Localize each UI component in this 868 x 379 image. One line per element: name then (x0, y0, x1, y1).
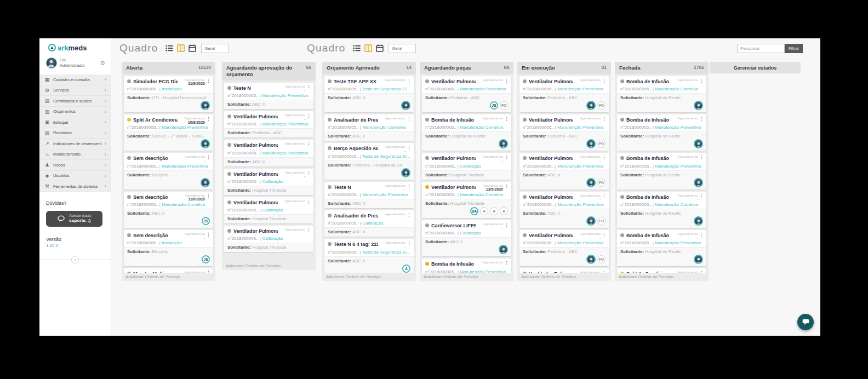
sidebar-item-boxes[interactable]: ▣Estoque› (39, 117, 111, 128)
support-button[interactable]: Acesse nosso suporte. :) (46, 211, 102, 227)
card-menu-button[interactable]: ⋮ (504, 261, 508, 266)
user-avatar[interactable] (46, 58, 57, 68)
service-type-link[interactable]: Manutenção Preventiva (557, 164, 603, 169)
service-type-link[interactable]: Manutenção Preventiva (162, 164, 208, 169)
card-menu-button[interactable]: ⋮ (306, 171, 310, 176)
os-card[interactable]: Ventilador Pulmonar ...Agendamento-⋮n°20… (422, 153, 511, 179)
service-type-link[interactable]: Manutenção Preventiva (655, 240, 701, 245)
add-service-order-button[interactable]: Adicionar Ordem de Serviço (322, 273, 416, 281)
card-menu-button[interactable]: ⋮ (602, 117, 606, 122)
card-menu-button[interactable]: ⋮ (602, 155, 606, 160)
os-card[interactable]: Bomba de Infusão Sam...Agendamento-⋮n°20… (617, 153, 706, 189)
chat-fab-button[interactable] (797, 314, 814, 330)
card-menu-button[interactable]: ⋮ (699, 232, 703, 237)
list-view-icon[interactable] (353, 44, 361, 52)
card-menu-button[interactable]: ⋮ (407, 184, 410, 189)
os-card[interactable]: Cardioversor LIFEMED...Agendamento-⋮n°20… (422, 220, 511, 256)
os-card[interactable]: Ventilador Pulmonar ...Agendamento-⋮n°20… (224, 197, 313, 223)
service-type-link[interactable]: Manutenção Preventiva (655, 125, 701, 130)
service-type-link[interactable]: Calibração (262, 236, 283, 241)
card-menu-button[interactable]: ⋮ (407, 145, 410, 150)
service-type-link[interactable]: Manutenção Preventiva (460, 87, 506, 91)
filter-button[interactable]: Filtrar (785, 44, 803, 53)
board-select[interactable]: Geral (389, 44, 416, 53)
collapse-sidebar-button[interactable]: ‹ (71, 256, 79, 263)
sidebar-item-table[interactable]: ▥Orçamentos› (39, 107, 111, 118)
os-card[interactable]: Ventilador Pulmonar ...Agendamento-⋮n°20… (519, 153, 609, 189)
card-menu-button[interactable]: ⋮ (504, 222, 508, 227)
calendar-view-icon[interactable] (376, 44, 384, 52)
service-type-link[interactable]: Manutenção Corretiva (362, 125, 406, 130)
service-type-link[interactable]: Teste de Segurança El... (362, 154, 410, 159)
service-type-link[interactable]: Manutenção Preventiva (362, 192, 408, 197)
service-type-link[interactable]: Instalação (162, 240, 181, 245)
os-card[interactable]: Teste NAgendamento-⋮n°2018000005.. | Man… (324, 182, 414, 208)
service-type-link[interactable]: Manutenção Preventiva (557, 87, 603, 91)
os-card[interactable]: Sem descriçãoAgendamento11/9/2020⋮n°2018… (124, 192, 213, 228)
search-input[interactable] (737, 44, 785, 53)
os-card[interactable]: Simulador ECG Dixtal...Agendamento11/9/2… (124, 76, 213, 112)
add-service-order-button[interactable]: Adicionar Ordem de Serviço (222, 262, 316, 270)
os-card[interactable]: Bomba de Infusão Sam...Agendamento-⋮n°20… (617, 230, 706, 266)
os-card[interactable]: Analisador de Pressã...Agendamento-⋮n°20… (324, 114, 414, 141)
card-menu-button[interactable]: ⋮ (504, 184, 508, 189)
os-card[interactable]: Bomba de Infusão Sam...Agendamento-⋮n°20… (422, 114, 511, 151)
os-card[interactable]: Ventilador Pulmonar ...Agendamento-⋮n°20… (519, 230, 609, 266)
card-menu-button[interactable]: ⋮ (306, 113, 310, 118)
add-service-order-button[interactable]: Adicionar Ordem de Serviço (615, 273, 709, 281)
service-type-link[interactable]: Manutenção Preventiva (655, 164, 701, 169)
board-select[interactable]: Geral (201, 44, 229, 53)
card-menu-button[interactable]: ⋮ (206, 194, 210, 199)
list-view-icon[interactable] (165, 44, 173, 52)
card-menu-button[interactable]: ⋮ (699, 194, 703, 199)
card-menu-button[interactable]: ⋮ (306, 142, 310, 147)
sidebar-item-trend[interactable]: ↗Indicadores de desempenho› (39, 139, 111, 150)
service-type-link[interactable]: Calibração (460, 164, 481, 169)
card-menu-button[interactable]: ⋮ (699, 155, 703, 160)
card-menu-button[interactable]: ⋮ (407, 117, 410, 122)
service-type-link[interactable]: Manutenção Corretiva (460, 125, 503, 130)
os-card[interactable]: Analisador de Pressã...Agendamento-⋮n°20… (324, 210, 414, 237)
os-card[interactable]: Ventilador Pulmonar ...Agendamento13/5/2… (422, 182, 511, 218)
sidebar-item-report[interactable]: ▨Relatórios› (39, 128, 111, 139)
service-type-link[interactable]: Calibração (262, 208, 283, 213)
add-service-order-button[interactable]: Adicionar Ordem de Serviço (517, 273, 611, 281)
os-card[interactable]: Ventilador Pulmonar ...Agendamento-⋮n°20… (519, 192, 609, 228)
card-menu-button[interactable]: ⋮ (206, 155, 210, 160)
card-menu-button[interactable]: ⋮ (602, 194, 606, 199)
card-menu-button[interactable]: ⋮ (602, 78, 606, 83)
os-card[interactable]: Teste NAgendamento-⋮n°2018000005.. | Man… (224, 83, 313, 109)
manage-states-button[interactable]: Gerenciar estados (710, 62, 801, 73)
service-type-link[interactable]: Calibração (460, 231, 481, 236)
os-card[interactable]: Teste N 6 4 tag: 222Agendamento-⋮n°20180… (324, 239, 414, 275)
service-type-link[interactable]: Manutenção Preventiva (262, 122, 308, 127)
card-menu-button[interactable]: ⋮ (699, 117, 703, 122)
os-card[interactable]: Ventilador Pulmonar ...Agendamento-⋮n°20… (422, 76, 511, 112)
os-card[interactable]: Ventilador Pulmonar ...Agendamento-⋮n°20… (224, 226, 313, 252)
os-card[interactable]: Bomba de Infusão Sam...Agendamento-⋮n°20… (617, 192, 706, 228)
kanban-view-icon[interactable] (177, 44, 185, 52)
card-menu-button[interactable]: ⋮ (504, 117, 508, 122)
os-card[interactable]: Berço Aquecido ABC 1...Agendamento-⋮n°20… (324, 143, 414, 179)
add-service-order-button[interactable]: Adicionar Ordem de Serviço (122, 273, 215, 281)
service-type-link[interactable]: Manutenção Corretiva (655, 202, 698, 207)
service-type-link[interactable]: Calibração (362, 221, 383, 226)
card-menu-button[interactable]: ⋮ (206, 232, 210, 237)
service-type-link[interactable]: Manutenção Preventiva (262, 151, 308, 156)
card-menu-button[interactable]: ⋮ (699, 78, 703, 83)
service-type-link[interactable]: Calibração (262, 179, 283, 184)
card-menu-button[interactable]: ⋮ (407, 78, 410, 83)
os-card[interactable]: Ventilador Pulmonar ...Agendamento-⋮n°20… (224, 140, 313, 166)
service-type-link[interactable]: Manutenção Preventiva (557, 125, 603, 130)
sidebar-item-robot[interactable]: ♟Robôs› (39, 160, 111, 171)
os-card[interactable]: Ventilador Pulmonar ...Agendamento-⋮n°20… (224, 111, 313, 137)
service-type-link[interactable]: Manutenção Preventiva (162, 125, 208, 130)
service-type-link[interactable]: Teste de Segurança El... (362, 250, 410, 255)
card-menu-button[interactable]: ⋮ (504, 78, 508, 83)
card-menu-button[interactable]: ⋮ (602, 232, 606, 237)
version-value[interactable]: 1.62.0 (46, 243, 104, 249)
sidebar-item-monitor[interactable]: ♨Monitoramento› (39, 150, 111, 160)
card-menu-button[interactable]: ⋮ (306, 228, 310, 233)
os-card[interactable]: Sem descriçãoAgendamento-⋮n°2018000005..… (124, 230, 213, 266)
settings-gear-icon[interactable]: ⚙ (100, 60, 105, 67)
